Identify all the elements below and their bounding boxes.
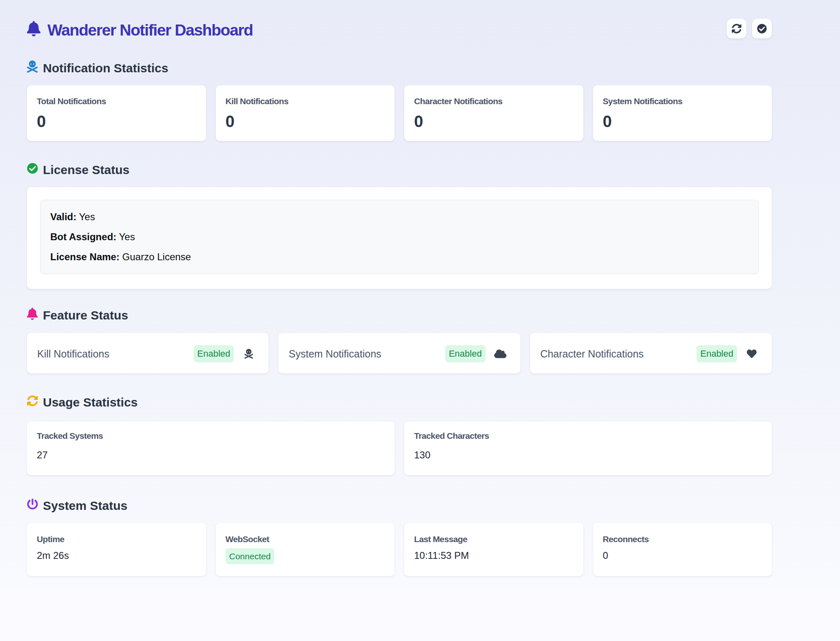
websocket-status: Connected [226, 548, 385, 564]
usage-value: 130 [414, 449, 762, 461]
feature-label: Character Notifications [540, 348, 697, 360]
stat-card-character: Character Notifications 0 [404, 85, 583, 141]
system-value: 0 [603, 549, 762, 561]
sync-icon [732, 24, 741, 34]
system-label: Last Message [414, 534, 573, 544]
feature-status-badge: Enabled [697, 345, 737, 362]
feature-status-badge: Enabled [194, 345, 234, 362]
skull-crossbones-icon [242, 349, 255, 359]
section-system-status: System Status [27, 500, 772, 512]
check-circle-icon [27, 162, 38, 174]
stat-value: 0 [414, 112, 573, 131]
system-card-websocket: WebSocket Connected [216, 523, 395, 576]
usage-card-characters: Tracked Characters 130 [404, 422, 772, 475]
bell-icon [27, 21, 40, 36]
feature-card-system: System Notifications Enabled [278, 333, 520, 373]
section-title: Usage Statistics [43, 396, 138, 409]
usage-card-systems: Tracked Systems 27 [27, 422, 394, 475]
usage-value: 27 [37, 449, 385, 461]
system-label: Uptime [37, 534, 196, 544]
license-box: Valid: Yes Bot Assigned: Yes License Nam… [40, 200, 759, 274]
section-feature-status: Feature Status [27, 309, 772, 322]
refresh-button[interactable] [727, 19, 746, 38]
system-card-last-message: Last Message 10:11:53 PM [404, 523, 583, 576]
license-bot-row: Bot Assigned: Yes [50, 230, 748, 244]
cloud-icon [494, 349, 506, 359]
system-value: 2m 26s [37, 549, 196, 561]
page-title: Wanderer Notifier Dashboard [47, 21, 253, 40]
stat-value: 0 [603, 112, 762, 131]
bell-icon [27, 308, 38, 320]
usage-label: Tracked Characters [414, 431, 762, 441]
system-value: 10:11:53 PM [414, 549, 573, 561]
feature-label: System Notifications [289, 348, 445, 360]
system-card-reconnects: Reconnects 0 [593, 523, 772, 576]
feature-status-badge: Enabled [445, 345, 486, 362]
section-notification-statistics: Notification Statistics [27, 62, 772, 74]
power-off-icon [27, 498, 38, 510]
stat-card-system: System Notifications 0 [593, 85, 772, 141]
section-title: Notification Statistics [43, 62, 168, 74]
stat-value: 0 [226, 112, 385, 131]
skull-crossbones-icon [27, 60, 38, 73]
license-card: Valid: Yes Bot Assigned: Yes License Nam… [27, 187, 772, 289]
system-label: WebSocket [226, 534, 385, 544]
section-title: Feature Status [43, 309, 128, 322]
usage-label: Tracked Systems [37, 431, 385, 441]
section-title: System Status [43, 500, 128, 512]
heart-icon [746, 349, 758, 359]
stat-card-kill: Kill Notifications 0 [216, 85, 395, 141]
feature-card-kill: Kill Notifications Enabled [27, 333, 269, 373]
system-label: Reconnects [603, 534, 762, 544]
dashboard-page: Wanderer Notifier Dashboard Notification… [0, 0, 772, 576]
connected-badge: Connected [226, 548, 275, 564]
license-name-row: License Name: Guarzo License [50, 250, 748, 264]
section-title: License Status [43, 164, 130, 176]
stat-value: 0 [37, 112, 196, 131]
topbar-actions [727, 19, 772, 38]
stat-label: Character Notifications [414, 96, 573, 106]
feature-card-character: Character Notifications Enabled [530, 333, 772, 373]
topbar: Wanderer Notifier Dashboard [27, 18, 772, 43]
brand: Wanderer Notifier Dashboard [27, 21, 253, 40]
section-usage-statistics: Usage Statistics [27, 396, 772, 409]
stat-label: System Notifications [603, 96, 762, 106]
stat-card-total: Total Notifications 0 [27, 85, 206, 141]
stat-label: Total Notifications [37, 96, 196, 106]
check-circle-icon [757, 24, 767, 34]
status-ok-button[interactable] [752, 19, 772, 38]
feature-label: Kill Notifications [37, 348, 194, 360]
license-valid-row: Valid: Yes [50, 210, 748, 224]
sync-icon [27, 395, 38, 407]
section-license-status: License Status [27, 164, 772, 176]
system-card-uptime: Uptime 2m 26s [27, 523, 206, 576]
stat-label: Kill Notifications [226, 96, 385, 106]
